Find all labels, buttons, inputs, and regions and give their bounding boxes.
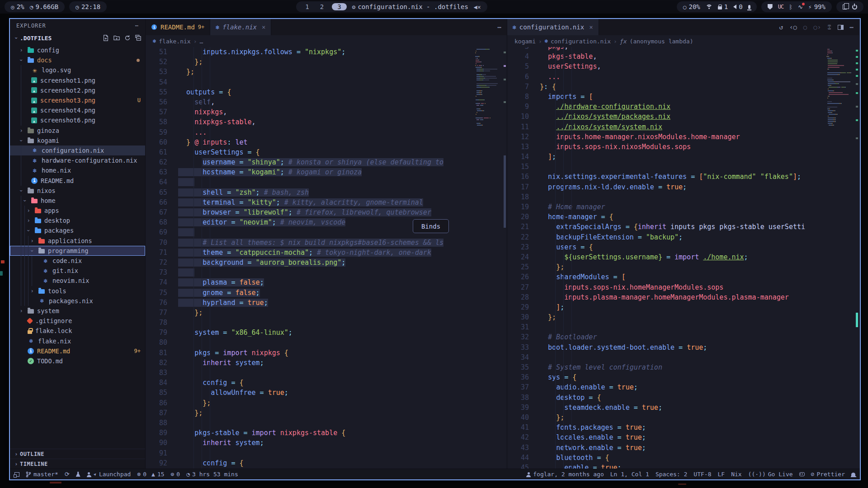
minimap[interactable] <box>826 47 854 469</box>
navigate-forward-icon[interactable]: ○› <box>813 23 821 31</box>
breadcrumb-symbol[interactable]: (anonymous lambda) <box>630 38 693 45</box>
speaker-icon[interactable] <box>733 5 736 9</box>
tree-item-configuration.nix[interactable]: ❄configuration.nix <box>10 145 145 155</box>
code-editor-flake[interactable]: 51 inputs.nixpkgs.follows = "nixpkgs";52… <box>146 47 507 469</box>
chevron-down-icon[interactable]: › <box>29 247 35 254</box>
tree-item-config[interactable]: ›config <box>10 45 145 55</box>
tree-item-programming[interactable]: ›programming <box>10 246 145 256</box>
tree-item-TODO.md[interactable]: ✓TODO.md <box>10 356 145 366</box>
breadcrumb[interactable]: ❄ flake.nix › … <box>146 35 507 47</box>
wakatime-button[interactable]: ◔3 hrs 53 mins <box>186 471 238 478</box>
tree-item-desktop[interactable]: ›desktop <box>10 216 145 225</box>
tree-item-README.md[interactable]: iREADME.md9+ <box>10 346 145 356</box>
tree-item-git.nix[interactable]: ❄git.nix <box>10 266 145 276</box>
tree-item-.gitignore[interactable]: .gitignore <box>10 316 145 326</box>
chevron-down-icon[interactable]: › <box>25 227 32 234</box>
tab-configuration.nix[interactable]: ❄configuration.nix× <box>507 19 599 35</box>
copilot-button[interactable] <box>799 472 805 476</box>
tree-item-ginoza[interactable]: ›ginoza <box>10 126 145 136</box>
breadcrumb-file[interactable]: flake.nix <box>159 38 190 45</box>
local-history-icon[interactable]: ↺ <box>779 23 783 31</box>
tab-flake.nix[interactable]: ❄flake.nix× <box>210 19 271 35</box>
chevron-right-icon[interactable]: › <box>25 217 32 224</box>
new-file-icon[interactable] <box>103 35 109 41</box>
tree-item-neovim.nix[interactable]: ❄neovim.nix <box>10 276 145 286</box>
bluetooth-icon[interactable]: ᛒ <box>789 4 793 10</box>
workspace-root-header[interactable]: › .DOTFILES <box>10 33 145 43</box>
breadcrumb-symbol[interactable]: … <box>200 38 203 45</box>
navigate-back-icon[interactable]: ‹○ <box>789 23 797 31</box>
outline-section[interactable]: ›OUTLINE <box>10 449 145 459</box>
tree-item-home[interactable]: ›home <box>10 196 145 206</box>
split-editor-icon[interactable] <box>838 25 844 30</box>
tree-item-apps[interactable]: ›apps <box>10 206 145 216</box>
workspace-3-active[interactable]: 3 <box>332 3 346 10</box>
tree-item-README.md[interactable]: iREADME.md <box>10 175 145 185</box>
chevron-right-icon[interactable]: › <box>18 127 25 134</box>
breadcrumb-folder[interactable]: kogami <box>514 38 536 45</box>
minimap[interactable] <box>474 47 502 469</box>
close-icon[interactable]: × <box>262 23 265 31</box>
language-mode[interactable]: Nix <box>731 471 741 478</box>
wifi-icon[interactable] <box>706 5 712 9</box>
code-editor-configuration[interactable]: 3 pkgs,4 pkgs-stable,5 userSettings,6 ..… <box>507 47 859 469</box>
sync-button[interactable]: ⟳ <box>65 471 70 478</box>
tree-item-screenshot4.png[interactable]: ▲screenshot4.png <box>10 105 145 115</box>
go-live-button[interactable]: ((·))Go Live <box>748 471 793 478</box>
tree-item-applications[interactable]: ›applications <box>10 236 145 246</box>
chevron-right-icon[interactable]: › <box>18 308 25 314</box>
tree-item-flake.lock[interactable]: flake.lock <box>10 326 145 336</box>
editor-more-actions-icon[interactable]: ⋯ <box>498 23 501 31</box>
tree-item-nixos[interactable]: ›nixos <box>10 186 145 196</box>
workspace-2[interactable]: 2 <box>317 3 326 10</box>
idle-circle-icon[interactable]: ○ <box>683 4 687 10</box>
tree-item-screenshot1.png[interactable]: ▲screenshot1.png <box>10 75 145 85</box>
git-blame[interactable]: foglar, 2 months ago <box>526 471 604 478</box>
close-icon[interactable]: × <box>589 23 593 31</box>
chevron-right-icon[interactable]: › <box>28 288 36 294</box>
tools-button[interactable] <box>76 472 80 477</box>
chevron-right-icon[interactable]: › <box>25 207 32 214</box>
muted-speaker-icon[interactable]: ◀✕ <box>474 4 481 10</box>
refresh-icon[interactable] <box>124 35 131 41</box>
ports-button[interactable]: ⊚0 <box>171 471 180 478</box>
tree-item-tools[interactable]: ›tools <box>10 286 145 296</box>
chevron-down-icon[interactable]: › <box>18 137 24 144</box>
clipboard-icon[interactable] <box>843 5 847 9</box>
notifications-button[interactable] <box>851 473 855 476</box>
timeline-section[interactable]: ›TIMELINE <box>10 459 145 469</box>
launchpad-button[interactable]: ➤Launchpad <box>87 471 131 478</box>
chevron-down-icon[interactable]: › <box>18 56 24 64</box>
tree-item-packages[interactable]: ›packages <box>10 225 145 235</box>
circle-icon[interactable]: ○ <box>803 23 807 31</box>
tree-item-home.nix[interactable]: ❄home.nix <box>10 165 145 175</box>
cursor-position[interactable]: Ln 1, Col 1 <box>610 471 649 478</box>
breadcrumb[interactable]: kogami › ❄ configuration.nix › ƒx (anony… <box>507 35 859 47</box>
tree-item-flake.nix[interactable]: ❄flake.nix <box>10 336 145 346</box>
chevron-right-icon[interactable]: › <box>28 238 36 244</box>
power-icon[interactable] <box>852 5 857 9</box>
editor-more-actions-icon[interactable]: ⋯ <box>850 23 854 31</box>
chevron-down-icon[interactable]: › <box>22 197 28 204</box>
tree-item-screenshot3.png[interactable]: ▲screenshot3.pngU <box>10 95 145 105</box>
input-method-icon[interactable]: UC <box>778 4 783 10</box>
git-branch[interactable]: master* <box>26 471 58 478</box>
tree-item-system[interactable]: ›system <box>10 306 145 316</box>
collapse-all-icon[interactable] <box>135 35 142 41</box>
problems-button[interactable]: ⊗0 ▲15 <box>137 471 164 478</box>
breadcrumb-file[interactable]: configuration.nix <box>551 38 611 45</box>
tree-item-code.nix[interactable]: ❄code.nix <box>10 256 145 266</box>
chevron-down-icon[interactable]: › <box>18 187 24 194</box>
branch-compare-icon[interactable]: ⑄ <box>827 23 831 31</box>
eol-sequence[interactable]: LF <box>717 471 725 478</box>
tree-item-screenshot6.png[interactable]: ▲screenshot6.png <box>10 115 145 125</box>
tree-item-screenshot2.png[interactable]: ▲screenshot2.png <box>10 85 145 95</box>
indentation[interactable]: Spaces: 2 <box>656 471 687 478</box>
tree-item-logo.svg[interactable]: ✳logo.svg <box>10 65 145 75</box>
device-notification-icon[interactable]: ∿ <box>798 4 803 10</box>
tree-item-packages.nix[interactable]: ❄packages.nix <box>10 296 145 306</box>
new-folder-icon[interactable] <box>113 35 120 41</box>
remote-indicator[interactable] <box>14 472 19 477</box>
tree-item-hardware-configuration.nix[interactable]: ❄hardware-configuration.nix <box>10 155 145 165</box>
encoding[interactable]: UTF-8 <box>693 471 711 478</box>
